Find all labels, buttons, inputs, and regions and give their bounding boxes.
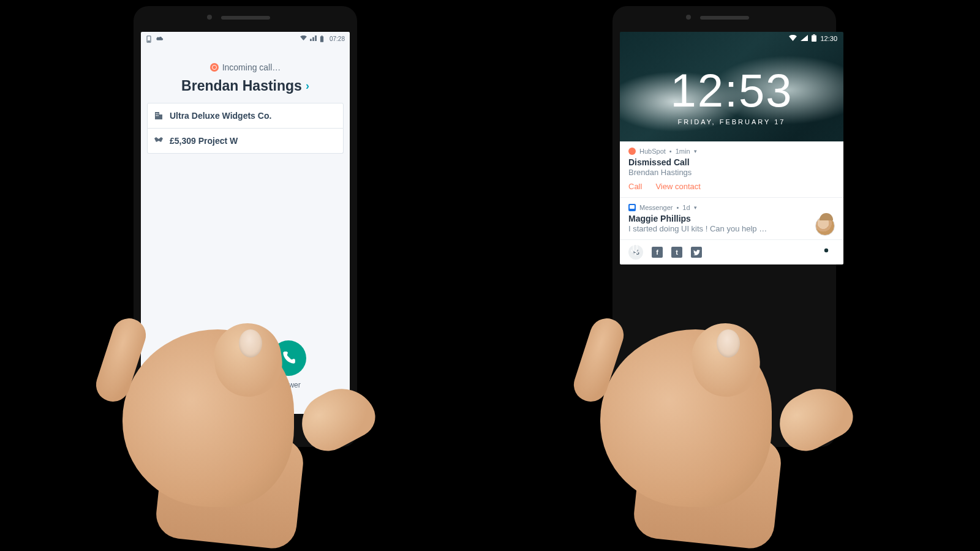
notif-app-name: Messenger — [639, 204, 673, 211]
notif-action-call[interactable]: Call — [628, 182, 642, 191]
svg-rect-8 — [156, 115, 157, 116]
company-card[interactable]: Ultra Deluxe Widgets Co. — [147, 103, 344, 129]
notif-title: Maggie Phillips — [628, 214, 835, 223]
phone-sensor — [686, 15, 691, 20]
notif-age: 1min — [676, 148, 690, 155]
incoming-call-screen: 07:28 Incoming call… Brendan Hastings › … — [141, 32, 350, 414]
cloud-icon — [156, 36, 162, 42]
svg-rect-9 — [157, 115, 159, 116]
caller-info-cards: Ultra Deluxe Widgets Co. £5,309 Project … — [141, 103, 350, 154]
notif-subtitle: Brendan Hastings — [628, 168, 835, 177]
signal-icon — [801, 35, 808, 42]
lock-screen-bottom — [620, 244, 843, 258]
phone-brand-logo: LG — [238, 427, 253, 437]
svg-rect-1 — [148, 41, 150, 42]
company-name: Ultra Deluxe Widgets Co. — [170, 111, 271, 121]
ignore-label: Ignore — [192, 381, 213, 389]
svg-rect-5 — [159, 114, 162, 119]
phone-frame-left: 07:28 Incoming call… Brendan Hastings › … — [134, 6, 357, 447]
wifi-icon — [300, 36, 306, 42]
caller-name-text: Brendan Hastings — [181, 78, 302, 94]
voice-icon[interactable] — [631, 244, 639, 258]
answer-label: Answer — [276, 381, 301, 389]
status-bar: 07:28 — [141, 32, 350, 45]
battery-icon — [812, 34, 816, 43]
svg-point-16 — [824, 249, 828, 252]
deal-card[interactable]: £5,309 Project W — [147, 129, 344, 154]
phone-frame-right: 12:30 12:53 FRIDAY, FEBRUARY 17 HubSpot … — [612, 6, 836, 447]
close-icon — [194, 350, 211, 367]
messenger-icon — [628, 204, 636, 211]
notif-title: Dismissed Call — [628, 157, 835, 167]
battery-icon — [320, 36, 326, 42]
chevron-right-icon: › — [306, 80, 309, 92]
wifi-icon — [789, 35, 797, 42]
handshake-icon — [154, 136, 164, 146]
phone-speaker — [700, 16, 749, 20]
svg-rect-15 — [728, 249, 736, 255]
chevron-down-icon[interactable]: ▾ — [694, 204, 697, 211]
separator: • — [669, 148, 672, 155]
svg-rect-7 — [157, 113, 159, 114]
svg-rect-6 — [156, 113, 157, 114]
phone-icon — [281, 350, 296, 366]
call-header: Incoming call… Brendan Hastings › — [141, 45, 350, 103]
phone-brand-logo: LG — [717, 427, 732, 437]
notif-action-view-contact[interactable]: View contact — [655, 182, 700, 191]
status-bar: 12:30 — [620, 32, 843, 45]
hubspot-icon — [628, 148, 636, 155]
status-time: 07:28 — [330, 36, 345, 42]
phone-speaker — [221, 16, 270, 20]
ignore-button[interactable]: Ignore — [184, 340, 220, 389]
svg-rect-14 — [633, 244, 637, 251]
chevron-down-icon[interactable]: ▾ — [694, 148, 697, 154]
svg-rect-4 — [155, 112, 159, 119]
building-icon — [154, 111, 164, 121]
svg-rect-13 — [813, 34, 815, 36]
separator: • — [676, 204, 679, 211]
deal-text: £5,309 Project W — [170, 136, 238, 146]
svg-rect-12 — [812, 36, 816, 42]
signal-icon — [310, 36, 316, 42]
lock-screen: 12:30 12:53 FRIDAY, FEBRUARY 17 HubSpot … — [620, 32, 843, 264]
incoming-call-label: Incoming call… — [210, 62, 281, 72]
svg-rect-3 — [321, 36, 323, 36]
caller-name-link[interactable]: Brendan Hastings › — [181, 78, 309, 94]
phone-sensor — [207, 15, 212, 20]
clock-date: FRIDAY, FEBRUARY 17 — [620, 118, 843, 126]
notification-hubspot[interactable]: HubSpot • 1min ▾ Dismissed Call Brendan … — [620, 141, 843, 198]
answer-button[interactable]: Answer — [271, 340, 306, 389]
camera-icon[interactable] — [820, 245, 832, 257]
notif-age: 1d — [682, 204, 690, 211]
svg-rect-2 — [320, 36, 323, 42]
clock-time: 12:53 — [620, 64, 843, 117]
notif-subtitle: I started doing UI kits ! Can you help … — [628, 224, 835, 233]
sim-icon — [146, 36, 152, 42]
lock-icon[interactable] — [727, 244, 737, 258]
call-actions: Ignore Answer — [141, 340, 350, 414]
avatar — [815, 216, 835, 236]
status-time: 12:30 — [820, 35, 837, 42]
hubspot-icon — [210, 63, 219, 72]
notif-app-name: HubSpot — [639, 148, 666, 155]
lock-clock: 12:53 FRIDAY, FEBRUARY 17 — [620, 64, 843, 126]
notification-messenger[interactable]: Messenger • 1d ▾ Maggie Phillips I start… — [620, 198, 843, 240]
incoming-call-text: Incoming call… — [222, 62, 281, 72]
